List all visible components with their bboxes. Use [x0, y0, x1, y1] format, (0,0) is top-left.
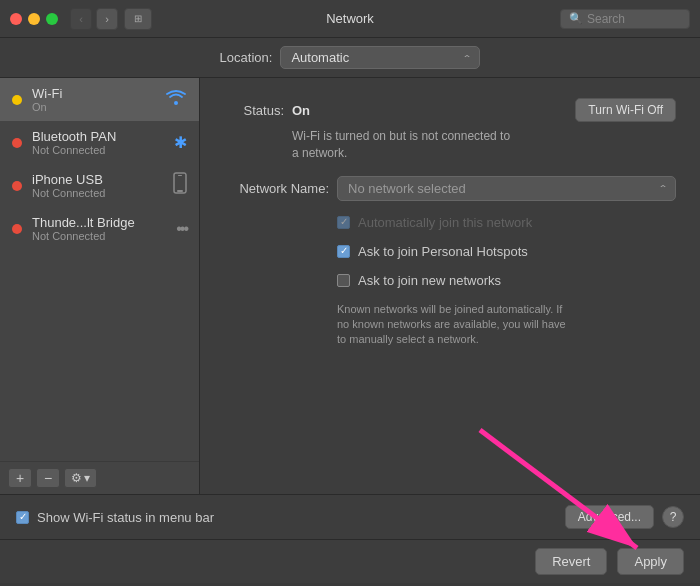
bluetooth-status-dot [12, 138, 22, 148]
remove-button[interactable]: − [36, 468, 60, 488]
title-bar: ‹ › ⊞ Network 🔍 [0, 0, 700, 38]
wifi-status: On [32, 101, 155, 113]
auto-join-checkbox[interactable] [337, 216, 350, 229]
sidebar-item-iphone-usb[interactable]: iPhone USB Not Connected [0, 164, 199, 207]
bottom-bar: Show Wi-Fi status in menu bar Advanced..… [0, 494, 700, 539]
minimize-button[interactable] [28, 13, 40, 25]
iphone-status: Not Connected [32, 187, 163, 199]
bluetooth-item-content: Bluetooth PAN Not Connected [32, 129, 164, 156]
location-select-wrapper: Automatic Edit Locations... [280, 46, 480, 69]
auto-join-row: Automatically join this network [337, 215, 676, 230]
bluetooth-status: Not Connected [32, 144, 164, 156]
iphone-name: iPhone USB [32, 172, 163, 187]
maximize-button[interactable] [46, 13, 58, 25]
network-name-label: Network Name: [224, 181, 329, 196]
search-bar: 🔍 [560, 9, 690, 29]
gear-button[interactable]: ⚙ ▾ [64, 468, 97, 488]
sidebar-item-wifi[interactable]: Wi-Fi On [0, 78, 199, 121]
status-row: Status: On Turn Wi-Fi Off [224, 98, 676, 122]
bluetooth-icon: ✱ [174, 133, 187, 152]
sidebar-list: Wi-Fi On Bluetooth PAN [0, 78, 199, 461]
location-label: Location: [220, 50, 273, 65]
svg-rect-1 [177, 190, 183, 192]
window-title: Network [326, 11, 374, 26]
grid-button[interactable]: ⊞ [124, 8, 152, 30]
status-description: Wi-Fi is turned on but is not connected … [292, 128, 676, 162]
bottom-buttons: Advanced... ? [565, 505, 684, 529]
close-button[interactable] [10, 13, 22, 25]
personal-hotspot-checkbox[interactable] [337, 245, 350, 258]
iphone-status-dot [12, 181, 22, 191]
network-select-wrapper: No network selected [337, 176, 676, 201]
search-input[interactable] [587, 12, 687, 26]
help-button[interactable]: ? [662, 506, 684, 528]
show-wifi-row: Show Wi-Fi status in menu bar [16, 510, 214, 525]
wifi-name: Wi-Fi [32, 86, 155, 101]
network-name-select[interactable]: No network selected [337, 176, 676, 201]
sidebar: Wi-Fi On Bluetooth PAN [0, 78, 200, 494]
personal-hotspot-label: Ask to join Personal Hotspots [358, 244, 528, 259]
thunderbolt-status: Not Connected [32, 230, 166, 242]
back-button[interactable]: ‹ [70, 8, 92, 30]
search-icon: 🔍 [569, 12, 583, 25]
thunderbolt-name: Thunde...lt Bridge [32, 215, 166, 230]
nav-buttons: ‹ › [70, 8, 118, 30]
ask-new-label: Ask to join new networks [358, 273, 501, 288]
ask-new-checkbox[interactable] [337, 274, 350, 287]
thunderbolt-status-dot [12, 224, 22, 234]
bluetooth-name: Bluetooth PAN [32, 129, 164, 144]
sidebar-item-thunderbolt[interactable]: Thunde...lt Bridge Not Connected ••• [0, 207, 199, 250]
wifi-status-dot [12, 95, 22, 105]
iphone-item-content: iPhone USB Not Connected [32, 172, 163, 199]
location-bar: Location: Automatic Edit Locations... [0, 38, 700, 78]
thunderbolt-icon: ••• [176, 220, 187, 238]
sidebar-controls: + − ⚙ ▾ [0, 461, 199, 494]
add-button[interactable]: + [8, 468, 32, 488]
right-panel: Status: On Turn Wi-Fi Off Wi-Fi is turne… [200, 78, 700, 494]
status-label: Status: [224, 103, 284, 118]
main-area: Wi-Fi On Bluetooth PAN [0, 78, 700, 494]
show-wifi-label: Show Wi-Fi status in menu bar [37, 510, 214, 525]
status-value: On [292, 103, 310, 118]
gear-icon: ⚙ [71, 471, 82, 485]
sidebar-item-bluetooth[interactable]: Bluetooth PAN Not Connected ✱ [0, 121, 199, 164]
show-wifi-checkbox[interactable] [16, 511, 29, 524]
window-controls [10, 13, 58, 25]
wifi-icon [165, 89, 187, 110]
iphone-icon [173, 172, 187, 199]
apply-button[interactable]: Apply [617, 548, 684, 575]
forward-button[interactable]: › [96, 8, 118, 30]
ask-new-networks-row: Ask to join new networks [337, 273, 676, 288]
action-bar: Revert Apply [0, 539, 700, 583]
network-name-row: Network Name: No network selected [224, 176, 676, 201]
advanced-button[interactable]: Advanced... [565, 505, 654, 529]
gear-arrow-icon: ▾ [84, 471, 90, 485]
revert-button[interactable]: Revert [535, 548, 607, 575]
svg-rect-2 [178, 175, 182, 176]
auto-join-label: Automatically join this network [358, 215, 532, 230]
turn-wifi-off-button[interactable]: Turn Wi-Fi Off [575, 98, 676, 122]
wifi-item-content: Wi-Fi On [32, 86, 155, 113]
known-networks-description: Known networks will be joined automatica… [337, 302, 676, 348]
thunderbolt-item-content: Thunde...lt Bridge Not Connected [32, 215, 166, 242]
location-select[interactable]: Automatic Edit Locations... [280, 46, 480, 69]
personal-hotspot-row: Ask to join Personal Hotspots [337, 244, 676, 259]
